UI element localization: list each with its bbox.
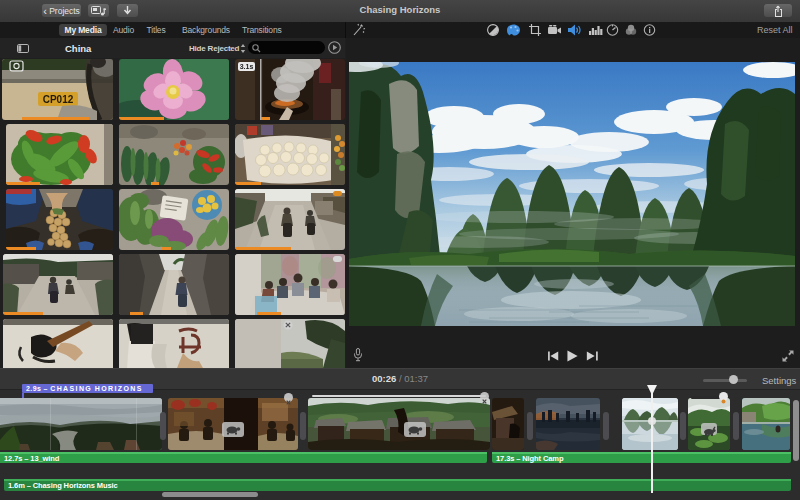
svg-text:3.1s: 3.1s <box>240 63 254 70</box>
svg-text:CP012: CP012 <box>43 94 74 105</box>
